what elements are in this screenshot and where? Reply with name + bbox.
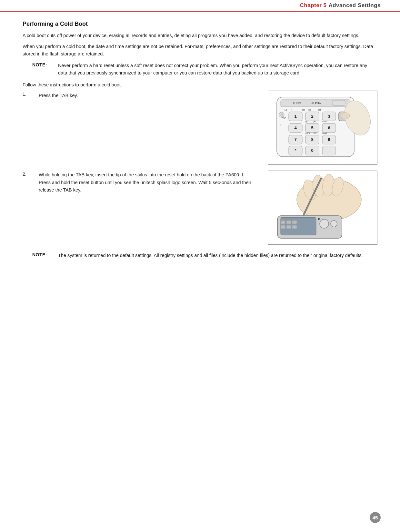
step2-text-content: While holding the TAB key, insert the ti… — [39, 172, 251, 192]
svg-text:jkl: jkl — [313, 120, 316, 123]
svg-rect-65 — [286, 225, 291, 229]
svg-text:.: . — [328, 148, 330, 153]
svg-text:9: 9 — [328, 137, 330, 142]
step2-image — [268, 171, 377, 245]
page-number: 45 — [370, 512, 381, 523]
note2-label: NOTE: — [32, 252, 58, 259]
step1-number: 1. — [23, 92, 26, 97]
step2-label: 2. — [23, 171, 39, 245]
step2-row: 2. While holding the TAB key, insert the… — [23, 171, 377, 245]
step2-number: 2. — [23, 172, 26, 177]
keypad-svg: FUNC ALPHA Ls + abc Rs def — [271, 94, 374, 162]
svg-text:ALPHA: ALPHA — [311, 102, 321, 105]
svg-rect-66 — [292, 225, 297, 229]
svg-text:4: 4 — [294, 125, 297, 130]
svg-text:3: 3 — [328, 114, 330, 119]
svg-text:Rs: Rs — [308, 109, 311, 111]
svg-text:ghi: ghi — [305, 120, 309, 123]
note2-text: The system is returned to the default se… — [58, 252, 377, 259]
svg-text:8: 8 — [311, 137, 313, 142]
svg-text:mno: mno — [322, 120, 327, 123]
note1-block: NOTE: Never perform a hard reset unless … — [32, 62, 377, 76]
chapter-title: Advanced Settings — [328, 2, 381, 9]
svg-point-58 — [320, 219, 329, 228]
para2: When you perform a cold boot, the date a… — [23, 43, 377, 57]
para1: A cold boot cuts off power of your devic… — [23, 32, 377, 39]
svg-text:⏻: ⏻ — [280, 113, 284, 117]
step1-text: Press the TAB key. — [39, 91, 261, 165]
section-title: Performing a Cold Boot — [23, 21, 377, 27]
svg-text:abc: abc — [302, 109, 305, 111]
note1-label: NOTE: — [32, 62, 58, 76]
svg-text:pqrs: pqrs — [305, 132, 310, 134]
step1-image: FUNC ALPHA Ls + abc Rs def — [268, 91, 377, 165]
svg-text:6: 6 — [328, 125, 330, 130]
svg-text:wxyz: wxyz — [322, 132, 327, 134]
svg-text:FUNC: FUNC — [293, 102, 301, 105]
svg-text:1: 1 — [294, 114, 296, 119]
note1-text: Never perform a hard reset unless a soft… — [58, 62, 377, 76]
instructions-intro: Follow these instructions to perform a c… — [23, 82, 377, 87]
step1-row: 1. Press the TAB key. FUNC A — [23, 91, 377, 165]
step1-text-content: Press the TAB key. — [39, 93, 78, 98]
device-stylus-svg — [271, 174, 374, 241]
svg-point-47 — [341, 113, 350, 119]
svg-rect-57 — [281, 217, 316, 235]
svg-text:5: 5 — [311, 125, 313, 130]
svg-text:0: 0 — [311, 148, 313, 153]
svg-rect-4 — [332, 100, 345, 105]
step1-image-col: FUNC ALPHA Ls + abc Rs def — [268, 91, 377, 165]
svg-text:7: 7 — [294, 137, 296, 142]
svg-text:2: 2 — [311, 114, 313, 119]
svg-text:Ls: Ls — [285, 109, 287, 111]
svg-text:tuv: tuv — [314, 132, 317, 134]
svg-text:←: ← — [279, 123, 283, 127]
note2-block: NOTE: The system is returned to the defa… — [32, 252, 377, 259]
step2-text: While holding the TAB key, insert the ti… — [39, 171, 261, 194]
svg-point-60 — [318, 218, 320, 220]
step2-image-col — [268, 171, 377, 245]
svg-rect-61 — [281, 221, 285, 224]
svg-point-59 — [331, 221, 337, 227]
chapter-label: Chapter 5 — [300, 2, 327, 9]
svg-text:def: def — [318, 109, 321, 111]
svg-text:+: + — [291, 109, 292, 111]
svg-rect-62 — [286, 221, 291, 224]
page-header: Chapter 5 Advanced Settings — [0, 0, 400, 12]
step1-label: 1. — [23, 91, 39, 165]
main-content: Performing a Cold Boot A cold boot cuts … — [0, 12, 400, 283]
svg-rect-63 — [292, 221, 297, 224]
svg-rect-64 — [281, 225, 285, 229]
